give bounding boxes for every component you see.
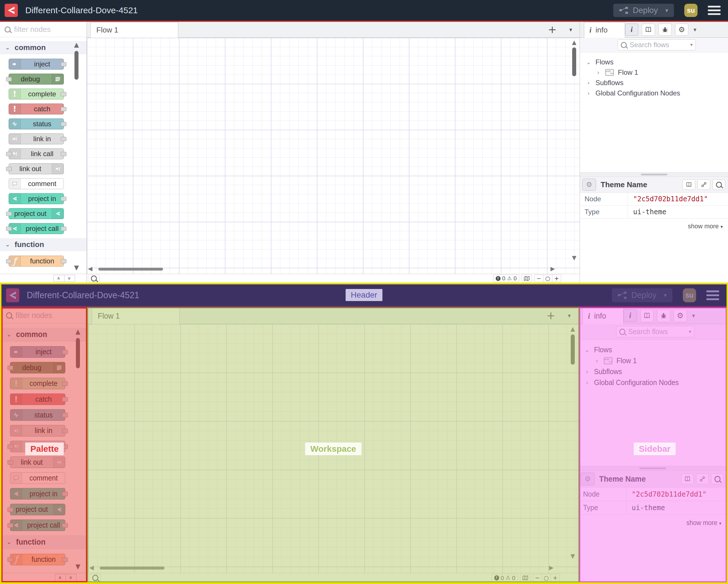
scroll-down-icon[interactable]: ▼ bbox=[570, 553, 576, 559]
minimap-button[interactable] bbox=[520, 574, 530, 581]
palette-search-input[interactable]: filter nodes bbox=[0, 22, 86, 37]
palette-node-complete[interactable]: ! complete bbox=[10, 378, 65, 389]
canvas-vertical-scrollbar[interactable]: ▲ ▼ bbox=[571, 40, 577, 260]
tree-item-subflows[interactable]: › Subflows bbox=[586, 78, 728, 88]
palette-node-status[interactable]: status bbox=[10, 409, 65, 421]
sidebar-splitter[interactable] bbox=[580, 172, 728, 177]
palette-node-debug[interactable]: debug bbox=[10, 362, 65, 374]
palette-node-project-in[interactable]: project in bbox=[9, 193, 64, 204]
palette-node-status[interactable]: status bbox=[9, 119, 64, 129]
minimap-button[interactable] bbox=[522, 275, 532, 282]
flow-list-caret-icon[interactable]: ▾ bbox=[568, 312, 571, 319]
input-port[interactable] bbox=[7, 365, 13, 370]
palette-search-input[interactable]: filter nodes bbox=[1, 307, 88, 324]
output-port[interactable] bbox=[62, 350, 68, 355]
splitter-handle[interactable] bbox=[641, 174, 667, 175]
scroll-up-icon[interactable]: ▲ bbox=[73, 42, 80, 48]
palette-node-link-in[interactable]: link in bbox=[10, 425, 65, 436]
palette-node-project-call[interactable]: project call bbox=[9, 223, 64, 234]
scrollbar-thumb[interactable] bbox=[572, 47, 576, 76]
zoom-in-button[interactable]: + bbox=[551, 574, 560, 581]
add-flow-icon[interactable]: + bbox=[548, 24, 557, 35]
zoom-out-button[interactable]: − bbox=[533, 574, 542, 581]
scrollbar-thumb[interactable] bbox=[75, 51, 78, 80]
scroll-down-icon[interactable]: ▼ bbox=[73, 264, 80, 271]
palette-scrollbar[interactable]: ▲ ▼ bbox=[75, 328, 81, 570]
palette-scrollbar[interactable]: ▲ ▼ bbox=[73, 42, 80, 271]
deploy-button[interactable]: Deploy ▾ bbox=[612, 288, 673, 302]
debug-tab-button[interactable] bbox=[658, 24, 672, 36]
input-port[interactable] bbox=[7, 523, 13, 528]
output-port[interactable] bbox=[61, 62, 67, 67]
input-port[interactable] bbox=[6, 167, 12, 171]
scrollbar-thumb[interactable] bbox=[571, 334, 575, 364]
scrollbar-thumb[interactable] bbox=[98, 268, 163, 271]
output-port[interactable] bbox=[62, 523, 68, 528]
palette-node-function[interactable]: ƒ function bbox=[9, 256, 64, 266]
deploy-dropdown-caret-icon[interactable]: ▾ bbox=[664, 292, 667, 298]
search-options-caret-icon[interactable]: ▾ bbox=[689, 329, 691, 334]
find-node-button[interactable] bbox=[711, 474, 724, 484]
palette-node-comment[interactable]: comment bbox=[9, 178, 64, 189]
scrollbar-thumb[interactable] bbox=[76, 338, 80, 369]
palette-node-inject[interactable]: inject bbox=[10, 346, 65, 358]
input-port[interactable] bbox=[6, 77, 12, 81]
output-port[interactable] bbox=[61, 92, 67, 96]
splitter-handle[interactable] bbox=[640, 467, 666, 469]
help-tab-button[interactable] bbox=[640, 309, 653, 322]
scroll-left-icon[interactable]: ◀ bbox=[88, 266, 92, 272]
expand-all-button[interactable]: » bbox=[66, 574, 76, 581]
palette-node-link-out[interactable]: link out bbox=[9, 163, 64, 174]
output-port[interactable] bbox=[62, 381, 68, 386]
copy-link-button[interactable] bbox=[696, 474, 709, 484]
palette-node-debug[interactable]: debug bbox=[9, 74, 64, 84]
tree-item-global-config[interactable]: › Global Configuration Nodes bbox=[586, 88, 728, 98]
zoom-reset-button[interactable]: ○ bbox=[543, 275, 552, 282]
node-config-button[interactable]: ⚙ bbox=[581, 473, 595, 485]
copy-link-button[interactable] bbox=[698, 179, 710, 190]
scroll-down-icon[interactable]: ▼ bbox=[75, 563, 81, 570]
input-port[interactable] bbox=[7, 444, 13, 449]
palette-node-comment[interactable]: comment bbox=[10, 472, 65, 484]
palette-node-catch[interactable]: ! catch bbox=[10, 393, 65, 405]
flow-status-counts[interactable]: ! 0 ⚠ 0 bbox=[492, 574, 518, 581]
palette-node-complete[interactable]: ! complete bbox=[9, 88, 64, 100]
debug-tab-button[interactable] bbox=[657, 309, 670, 322]
output-port[interactable] bbox=[62, 397, 68, 402]
sidebar-tabs-caret-icon[interactable]: ▾ bbox=[694, 27, 696, 32]
palette-node-project-out[interactable]: project out bbox=[10, 504, 65, 515]
output-port[interactable] bbox=[62, 558, 68, 562]
scroll-right-icon[interactable]: ▶ bbox=[551, 266, 555, 272]
output-port[interactable] bbox=[62, 492, 68, 496]
scroll-up-icon[interactable]: ▲ bbox=[570, 326, 576, 332]
scrollbar-thumb[interactable] bbox=[100, 566, 164, 569]
output-port[interactable] bbox=[61, 122, 67, 126]
tree-item-flow-1[interactable]: › Flow 1 bbox=[594, 355, 727, 366]
show-more-link[interactable]: show more ▾ bbox=[578, 515, 727, 531]
zoom-in-button[interactable]: + bbox=[552, 275, 561, 282]
config-tab-button[interactable]: ⚙ bbox=[674, 309, 687, 322]
docs-button[interactable] bbox=[681, 474, 694, 484]
info-tab-button[interactable]: i bbox=[624, 309, 637, 322]
output-port[interactable] bbox=[62, 413, 68, 417]
sidebar-splitter[interactable] bbox=[578, 466, 727, 471]
add-flow-icon[interactable]: + bbox=[547, 310, 555, 321]
palette-node-project-out[interactable]: project out bbox=[9, 208, 64, 219]
palette-node-link-out[interactable]: link out bbox=[10, 457, 65, 468]
scroll-left-icon[interactable]: ◀ bbox=[89, 564, 94, 570]
canvas-search-button[interactable] bbox=[88, 275, 100, 282]
tree-item-subflows[interactable]: › Subflows bbox=[584, 366, 727, 377]
collapse-all-button[interactable]: « bbox=[53, 275, 64, 282]
search-flows-input[interactable]: Search flows ▾ bbox=[618, 40, 696, 50]
palette-node-function[interactable]: ƒ function bbox=[10, 554, 65, 565]
tab-flow-1[interactable]: Flow 1 bbox=[92, 308, 180, 324]
canvas-vertical-scrollbar[interactable]: ▲ ▼ bbox=[570, 326, 576, 559]
flow-list-caret-icon[interactable]: ▾ bbox=[569, 27, 572, 32]
output-port[interactable] bbox=[61, 107, 67, 111]
palette-node-project-in[interactable]: project in bbox=[10, 488, 65, 500]
help-tab-button[interactable] bbox=[642, 24, 655, 36]
output-port[interactable] bbox=[61, 197, 67, 201]
input-port[interactable] bbox=[6, 212, 12, 216]
main-menu-icon[interactable] bbox=[706, 290, 719, 300]
palette-node-inject[interactable]: inject bbox=[9, 59, 64, 70]
